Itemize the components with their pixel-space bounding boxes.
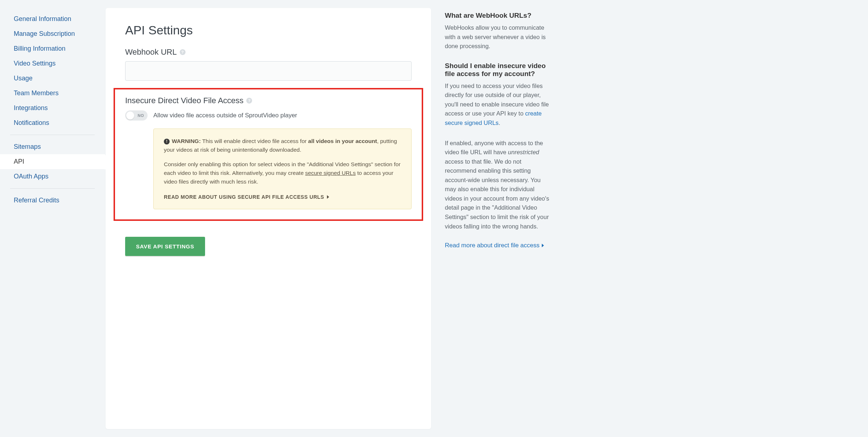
main-panel: API Settings Webhook URL ? Insecure Dire… xyxy=(106,8,431,429)
help-icon[interactable]: ? xyxy=(246,98,252,104)
info-heading-insecure: Should I enable insecure video file acce… xyxy=(445,62,553,78)
sidebar-divider xyxy=(10,188,95,189)
webhook-url-label-text: Webhook URL xyxy=(125,47,177,57)
info-text-3b: access to that file. We do not recommend… xyxy=(445,158,549,230)
help-icon[interactable]: ? xyxy=(180,49,186,55)
insecure-access-label-text: Insecure Direct Video File Access xyxy=(125,96,243,105)
sidebar-item-referral-credits[interactable]: Referral Credits xyxy=(0,193,105,208)
insecure-access-label: Insecure Direct Video File Access ? xyxy=(125,96,412,105)
read-more-secure-urls-link[interactable]: READ MORE ABOUT USING SECURE API FILE AC… xyxy=(164,194,329,200)
insecure-access-section: Insecure Direct Video File Access ? NO A… xyxy=(114,88,423,221)
warning-text-1a: This will enable direct video file acces… xyxy=(201,138,308,144)
info-text-insecure-2: If enabled, anyone with access to the vi… xyxy=(445,139,553,231)
info-text-insecure-1: If you need to access your video files d… xyxy=(445,81,553,128)
warning-line-2: Consider only enabling this option for s… xyxy=(164,160,401,186)
save-api-settings-button[interactable]: SAVE API SETTINGS xyxy=(125,237,205,256)
sidebar-item-billing-information[interactable]: Billing Information xyxy=(0,41,105,56)
caret-right-icon xyxy=(327,195,329,199)
warning-line-1: !WARNING: This will enable direct video … xyxy=(164,137,401,154)
warning-text-1b: all videos in your account xyxy=(308,138,377,144)
sidebar-item-sitemaps[interactable]: Sitemaps xyxy=(0,139,105,154)
toggle-state-label: NO xyxy=(138,113,144,118)
sidebar: General Information Manage Subscription … xyxy=(0,0,105,437)
webhook-url-label: Webhook URL ? xyxy=(125,47,412,57)
caret-right-icon xyxy=(542,244,544,247)
sidebar-item-manage-subscription[interactable]: Manage Subscription xyxy=(0,26,105,41)
sidebar-item-integrations[interactable]: Integrations xyxy=(0,101,105,115)
info-text-webhooks: WebHooks allow you to communicate with a… xyxy=(445,23,553,51)
sidebar-divider xyxy=(10,135,95,135)
sidebar-item-video-settings[interactable]: Video Settings xyxy=(0,56,105,71)
sidebar-item-notifications[interactable]: Notifications xyxy=(0,115,105,130)
sidebar-item-general-information[interactable]: General Information xyxy=(0,12,105,26)
sidebar-item-team-members[interactable]: Team Members xyxy=(0,86,105,101)
read-more-direct-access-link[interactable]: Read more about direct file access xyxy=(445,242,540,249)
warning-prefix: WARNING: xyxy=(172,138,201,144)
read-more-secure-urls-text: READ MORE ABOUT USING SECURE API FILE AC… xyxy=(164,194,324,200)
insecure-access-toggle[interactable]: NO xyxy=(125,110,148,121)
sidebar-item-oauth-apps[interactable]: OAuth Apps xyxy=(0,169,105,184)
toggle-description: Allow video file access outside of Sprou… xyxy=(153,112,297,119)
info-sidebar: What are WebHook URLs? WebHooks allow yo… xyxy=(438,0,561,437)
sidebar-item-usage[interactable]: Usage xyxy=(0,71,105,86)
warning-icon: ! xyxy=(164,139,170,144)
webhook-url-input[interactable] xyxy=(125,61,412,81)
page-title: API Settings xyxy=(125,23,412,37)
sidebar-item-api[interactable]: API xyxy=(0,154,105,169)
info-heading-webhooks: What are WebHook URLs? xyxy=(445,12,553,20)
info-text-3em: unrestricted xyxy=(508,149,539,155)
toggle-knob xyxy=(126,112,134,119)
secure-signed-urls-link[interactable]: secure signed URLs xyxy=(305,170,356,176)
info-text-2b: . xyxy=(499,119,501,126)
warning-box: !WARNING: This will enable direct video … xyxy=(153,129,412,209)
